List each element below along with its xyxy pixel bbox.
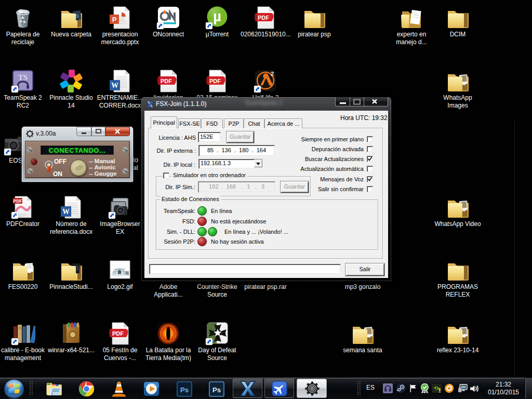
svg-text:2: 2 bbox=[271, 71, 274, 77]
svg-text:Ps: Ps bbox=[212, 386, 221, 394]
svg-text:TS: TS bbox=[18, 73, 28, 82]
svg-text:P: P bbox=[112, 16, 117, 23]
svg-text:S: S bbox=[75, 13, 79, 18]
svg-text:PDF: PDF bbox=[14, 198, 22, 204]
svg-text:µ: µ bbox=[213, 9, 221, 24]
svg-text:Ps: Ps bbox=[180, 386, 189, 394]
